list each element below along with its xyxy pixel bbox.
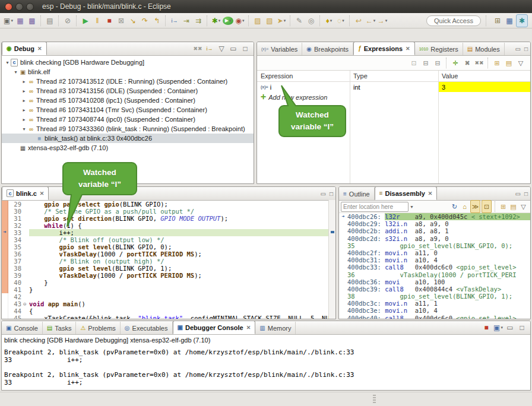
line-number[interactable]: 35 — [8, 243, 23, 250]
disassembly-source-line[interactable]: 36 vTaskDelay(1000 / portTICK_PERI — [339, 271, 530, 278]
view-menu-button[interactable]: ▽ — [519, 201, 528, 212]
debug-tree-item[interactable]: ▸∞Thread #7 1073408744 (ipc0) (Suspended… — [2, 115, 254, 124]
annotation-gutter[interactable] — [2, 250, 8, 258]
line-number[interactable]: 32 — [8, 222, 23, 229]
expander-expanded-icon[interactable]: ▾ — [12, 69, 19, 75]
column-expression[interactable]: Expression — [257, 72, 350, 80]
code-line-30[interactable]: 30 /* Set the GPIO as a push/pull output… — [2, 208, 335, 215]
display-selected-console-button[interactable]: ▣▾ — [493, 322, 504, 334]
profile-button[interactable]: ◉▾ — [235, 15, 245, 27]
window-close-button[interactable] — [5, 3, 12, 11]
open-perspective-button[interactable]: ⊞ — [492, 15, 503, 27]
launch-button[interactable]: ➤▾ — [276, 15, 287, 27]
window-maximize-button[interactable] — [26, 3, 34, 11]
tab-disassembly[interactable]: ≡Disassembly✕ — [375, 187, 438, 200]
pin-view-button[interactable]: ▤ — [509, 201, 518, 212]
annotation-gutter[interactable] — [2, 258, 8, 265]
annotation-gutter[interactable] — [2, 208, 8, 215]
debug-tree-item[interactable]: ▦xtensa-esp32-elf-gdb (7.10) — [2, 143, 254, 153]
debug-tree-item[interactable]: ▸∞Thread #6 1073431104 (Tmr Svc) (Suspen… — [2, 105, 254, 115]
code-line-29[interactable]: 29 gpio_pad_select_gpio(BLINK_GPIO); — [2, 201, 335, 208]
debug-tree-item[interactable]: ▾∞Thread #9 1073433360 (blink_task : Run… — [2, 124, 254, 134]
disassembly-source-line[interactable]: 38 gpio_set_level(BLINK_GPIO, 1); — [339, 293, 530, 300]
last-edit-location-button[interactable]: ↩ — [353, 15, 364, 27]
tab-tasks[interactable]: ▤Tasks — [43, 322, 77, 334]
new-view-button[interactable]: ⊞ — [492, 57, 502, 69]
line-number[interactable]: 38 — [8, 265, 23, 272]
close-icon[interactable]: ✕ — [37, 46, 42, 52]
location-dropdown-icon[interactable]: ▼ — [410, 205, 414, 209]
debug-perspective-button[interactable]: ✱ — [516, 14, 528, 27]
code-line-34[interactable]: 34 /* Blink off (output low) */ — [2, 236, 335, 243]
annotation-gutter[interactable] — [2, 300, 8, 307]
open-resource-button[interactable]: ▧ — [264, 15, 275, 27]
code-line-41[interactable]: 41} — [2, 286, 335, 293]
tab-debugger-console[interactable]: ▣Debugger Console✕ — [173, 321, 256, 334]
save-all-button[interactable]: ▩ — [27, 15, 37, 27]
annotation-gutter[interactable] — [2, 201, 8, 208]
tab-expressions[interactable]: ƒExpressions✕ — [353, 42, 415, 55]
annotation-gutter[interactable] — [2, 243, 8, 250]
line-number[interactable]: 30 — [8, 208, 23, 215]
remove-all-expressions-button[interactable]: ✖✖ — [474, 57, 484, 69]
build-button[interactable]: ▤ — [45, 15, 55, 27]
annotation-gutter[interactable] — [2, 222, 8, 229]
expander-collapsed-icon[interactable]: ▸ — [21, 88, 27, 94]
code-line-37[interactable]: 37 /* Blink on (output high) */ — [2, 258, 335, 265]
run-button[interactable]: ▶▾ — [223, 17, 233, 25]
code-line-42[interactable]: 42 — [2, 293, 335, 300]
save-button[interactable]: ▦ — [15, 15, 26, 27]
step-into-button[interactable]: ↘ — [128, 15, 138, 27]
disassembly-line[interactable]: 400dbc33: call8 0x400dc6c0 <gpio_set_lev… — [339, 264, 530, 271]
console-output[interactable]: blink checking [GDB Hardware Debugging] … — [2, 335, 530, 391]
suspend-button[interactable]: ‖ — [92, 15, 103, 27]
code-line-36[interactable]: 36 vTaskDelay(1000 / portTICK_PERIOD_MS)… — [2, 250, 335, 258]
disassembly-line[interactable]: 400dbc29: l32i.n a8, a9, 0 — [339, 220, 530, 227]
expander-collapsed-icon[interactable]: ▸ — [21, 117, 27, 122]
disassembly-line[interactable]: 400dbc3c: movi.n a11, 1 — [339, 300, 530, 307]
location-input[interactable]: Enter location here — [341, 202, 408, 212]
disassembly-line[interactable]: ➜400dbc26: l32r a9, 0x400d045c <_stext+1… — [339, 213, 530, 220]
add-expression-button[interactable]: ✛ — [450, 57, 461, 69]
overview-ruler[interactable] — [328, 200, 335, 319]
annotation-gutter[interactable] — [2, 279, 8, 286]
home-button[interactable]: ⌂ — [460, 201, 469, 212]
close-icon[interactable]: ✕ — [40, 191, 45, 196]
breakpoint-current-line-icon[interactable]: ➜ — [2, 229, 8, 236]
disassembly-line[interactable]: 400dbc2b: addi.n a8, a8, 1 — [339, 227, 530, 234]
annotation-gutter[interactable] — [2, 315, 8, 319]
disassembly-line[interactable]: 400dbc31: movi.n a10, 4 — [339, 256, 530, 264]
paintbrush-button[interactable]: ✎ — [294, 15, 305, 27]
debug-tree-item[interactable]: ▸∞Thread #5 1073410208 (ipc1) (Suspended… — [2, 96, 254, 105]
minimize-icon[interactable]: ▭ — [515, 191, 521, 197]
pin-button[interactable]: ♦▾ — [324, 15, 334, 27]
line-number[interactable]: 34 — [8, 236, 23, 243]
debug-tree-item[interactable]: ≡blink_task() at blink.c:33 0x400dbc26 — [2, 134, 254, 143]
code-editor[interactable]: 29 gpio_pad_select_gpio(BLINK_GPIO);30 /… — [2, 201, 335, 319]
new-view-button[interactable]: ⊞ — [499, 201, 508, 212]
line-number[interactable]: 37 — [8, 258, 23, 265]
minimize-button[interactable]: ▭ — [228, 43, 239, 55]
disassembly-line[interactable]: 400dbc36: movi a10, 100 — [339, 278, 530, 286]
tab-variables[interactable]: (x)=Variables — [257, 43, 302, 55]
cpp-perspective-button[interactable]: ▦ — [504, 15, 515, 27]
show-execution-button[interactable]: ⇥ — [181, 15, 192, 27]
maximize-button[interactable]: □ — [517, 322, 527, 334]
line-number[interactable]: 41 — [8, 286, 23, 293]
quick-access-button[interactable]: Quick Access — [426, 15, 481, 26]
tab-executables[interactable]: ◎Executables — [121, 322, 173, 334]
step-over-button[interactable]: ↷ — [140, 15, 150, 27]
annotation-gutter[interactable] — [2, 286, 8, 293]
tab-console[interactable]: ▣Console — [2, 322, 43, 334]
annotation-gutter[interactable] — [2, 236, 8, 243]
debug-tree-item[interactable]: ▸∞Thread #2 1073413512 (IDLE : Running) … — [2, 77, 254, 86]
code-line-39[interactable]: 39 vTaskDelay(1000 / portTICK_PERIOD_MS)… — [2, 272, 335, 279]
column-value[interactable]: Value — [438, 72, 530, 80]
maximize-button[interactable]: □ — [240, 43, 251, 55]
annotation-gutter[interactable] — [2, 215, 8, 222]
track-expression-button[interactable]: ⊡ — [482, 200, 492, 213]
minimize-icon[interactable]: ▭ — [515, 46, 521, 52]
debug-button[interactable]: ✱▾ — [211, 15, 221, 27]
annotation-gutter[interactable] — [2, 293, 8, 300]
refresh-button[interactable]: ↻ — [450, 201, 459, 212]
